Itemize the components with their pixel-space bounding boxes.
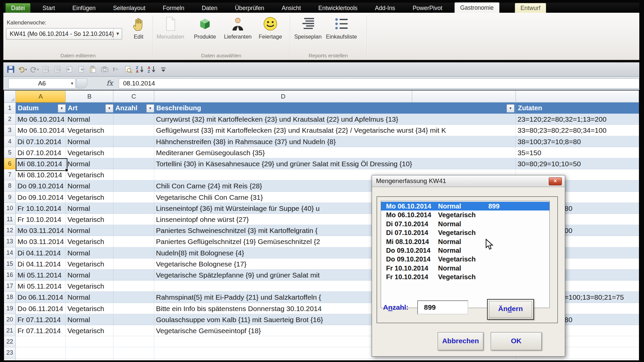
cell-datum[interactable]: Do 06.11.2014: [16, 292, 66, 303]
cell-art[interactable]: Normal: [66, 292, 113, 303]
cell-art[interactable]: Vegetarisch: [66, 169, 113, 180]
ok-button[interactable]: OK: [491, 332, 542, 350]
cell-art[interactable]: Vegetarisch: [66, 125, 113, 136]
tab-add-ins[interactable]: Add-Ins: [370, 3, 400, 13]
row-header-13[interactable]: 13: [4, 236, 16, 247]
edit-button[interactable]: Edit: [123, 15, 154, 49]
column-header-a[interactable]: A: [16, 90, 66, 103]
cell-zutaten[interactable]: [516, 359, 639, 360]
cell-art[interactable]: Normal: [66, 225, 113, 236]
chevron-down-icon[interactable]: ▼: [70, 79, 74, 88]
cell-zutaten[interactable]: 38=100;37=10;8=80: [516, 136, 639, 147]
row-header-16[interactable]: 16: [4, 269, 16, 281]
tab-powerpivot[interactable]: PowerPivot: [407, 3, 448, 13]
cell-datum[interactable]: Di 04.11.2014: [16, 247, 66, 258]
row-header-17[interactable]: 17: [4, 281, 16, 292]
cell-anzahl[interactable]: [113, 292, 154, 303]
cell-anzahl[interactable]: [113, 147, 154, 158]
cell-beschreibung[interactable]: [154, 359, 516, 360]
dialog-list-item-8[interactable]: Fr 10.10.2014Normal: [381, 264, 549, 273]
row-header-19[interactable]: 19: [4, 303, 16, 314]
cell-anzahl[interactable]: [113, 203, 154, 214]
cell-anzahl[interactable]: [113, 258, 154, 269]
cell-anzahl[interactable]: [113, 180, 154, 191]
cell-datum[interactable]: Mo 03.11.2014: [16, 225, 66, 236]
dialog-list-item-1[interactable]: Mo 06.10.2014Normal899: [381, 202, 549, 210]
speiseplan-button[interactable]: Speiseplan: [291, 15, 325, 49]
formula-input[interactable]: 08.10.2014: [119, 78, 639, 88]
tab-daten[interactable]: Daten: [196, 3, 223, 13]
cell-beschreibung[interactable]: Geflügelwurst {33} mit Kartoffelecken {2…: [154, 125, 516, 136]
row-header-1[interactable]: 1: [4, 103, 16, 114]
cell-zutaten[interactable]: 30=80;29=10;10=50: [516, 158, 639, 169]
tab-formeln[interactable]: Formeln: [157, 3, 190, 13]
select-all-corner[interactable]: [4, 90, 16, 103]
cell-datum[interactable]: Mi 08.10.2014: [16, 169, 66, 180]
cell-art[interactable]: Vegetarisch: [66, 192, 113, 203]
cell-art[interactable]: Normal: [66, 114, 113, 125]
filter-datum-button[interactable]: ▼: [58, 104, 66, 113]
dialog-list-item-9[interactable]: Fr 10.10.2014Vegetarisch: [381, 273, 549, 281]
cell-datum[interactable]: Fr 07.11.2014: [16, 325, 66, 336]
row-header-9[interactable]: 9: [4, 192, 16, 203]
row-header-11[interactable]: 11: [4, 214, 16, 225]
cell-art[interactable]: Vegetarisch: [66, 325, 113, 336]
cell-anzahl[interactable]: [113, 192, 154, 203]
cell-anzahl[interactable]: [113, 169, 154, 180]
row-header-14[interactable]: 14: [4, 247, 16, 258]
filter-anzahl-button[interactable]: ▼: [146, 104, 154, 113]
chevron-down-icon[interactable]: ▼: [113, 28, 122, 39]
cell-anzahl[interactable]: [113, 225, 154, 236]
macro-icon-1[interactable]: [41, 65, 51, 74]
tab-ansicht[interactable]: Ansicht: [276, 3, 306, 13]
row-header-23[interactable]: 23: [4, 347, 16, 358]
cell-anzahl[interactable]: [113, 158, 154, 169]
dialog-list-item-7[interactable]: Do 09.10.2014Vegetarisch: [381, 255, 549, 263]
anzahl-input[interactable]: [417, 300, 468, 314]
cell-art[interactable]: [66, 359, 113, 360]
cell-datum[interactable]: [16, 336, 66, 347]
cell-datum[interactable]: Mi 08.10.2014: [16, 158, 66, 169]
cell-datum[interactable]: Di 07.10.2014: [16, 147, 66, 158]
column-header-blank[interactable]: [412, 90, 516, 103]
cell-art[interactable]: Normal: [66, 180, 113, 191]
cell-datum[interactable]: Fr 07.11.2014: [16, 314, 66, 325]
dialog-list-item-3[interactable]: Di 07.10.2014Normal: [381, 220, 549, 228]
cell-anzahl[interactable]: [113, 236, 154, 247]
kalenderwoche-dropdown[interactable]: KW41 (Mo 06.10.2014 - So 12.10.2014) ▼: [6, 28, 122, 40]
aendern-button[interactable]: Ändern: [487, 299, 534, 320]
cell-datum[interactable]: Fr 10.10.2014: [16, 203, 66, 214]
cell-art[interactable]: Normal: [66, 247, 113, 258]
cell-datum[interactable]: Di 04.11.2014: [16, 258, 66, 269]
cell-anzahl[interactable]: [113, 281, 154, 292]
menudaten-button[interactable]: Menudaten: [154, 15, 187, 49]
cell-anzahl[interactable]: [113, 136, 154, 147]
cell-datum[interactable]: Do 09.10.2014: [16, 180, 66, 191]
cell-beschreibung[interactable]: Tortellini {30} in Käsesahnesauce {29} u…: [154, 158, 516, 169]
close-icon[interactable]: ×: [549, 177, 562, 185]
name-box[interactable]: A6 ▼: [8, 78, 75, 88]
cell-art[interactable]: Vegetarisch: [66, 258, 113, 269]
row-header-7[interactable]: 7: [4, 169, 16, 180]
cell-art[interactable]: Vegetarisch: [66, 214, 113, 225]
cell-datum[interactable]: [16, 347, 66, 358]
row-header-10[interactable]: 10: [4, 203, 16, 214]
cell-beschreibung[interactable]: Hähnchenstreifen {38} in Rahmsauce {37} …: [154, 136, 516, 147]
cell-datum[interactable]: Mo 06.10.2014: [16, 125, 66, 136]
cell-art[interactable]: Normal: [66, 269, 113, 281]
cell-art[interactable]: Vegetarisch: [66, 236, 113, 247]
cell-datum[interactable]: Mi 05.11.2014: [16, 269, 66, 281]
row-header-8[interactable]: 8: [4, 180, 16, 191]
cell-anzahl[interactable]: [113, 214, 154, 225]
row-header-6[interactable]: 6: [4, 158, 16, 169]
tab-entwicklertools[interactable]: Entwicklertools: [313, 3, 363, 13]
cell-anzahl[interactable]: [113, 114, 154, 125]
cell-anzahl[interactable]: [113, 247, 154, 258]
macro-icon-3[interactable]: [65, 65, 74, 74]
cell-anzahl[interactable]: [113, 269, 154, 281]
filter-beschreibung-button[interactable]: ▼: [506, 104, 515, 113]
cell-datum[interactable]: Di 07.10.2014: [16, 136, 66, 147]
column-header-c[interactable]: C: [113, 90, 154, 103]
cell-art[interactable]: Normal: [66, 136, 113, 147]
lieferanten-button[interactable]: Lieferanten: [221, 15, 255, 49]
